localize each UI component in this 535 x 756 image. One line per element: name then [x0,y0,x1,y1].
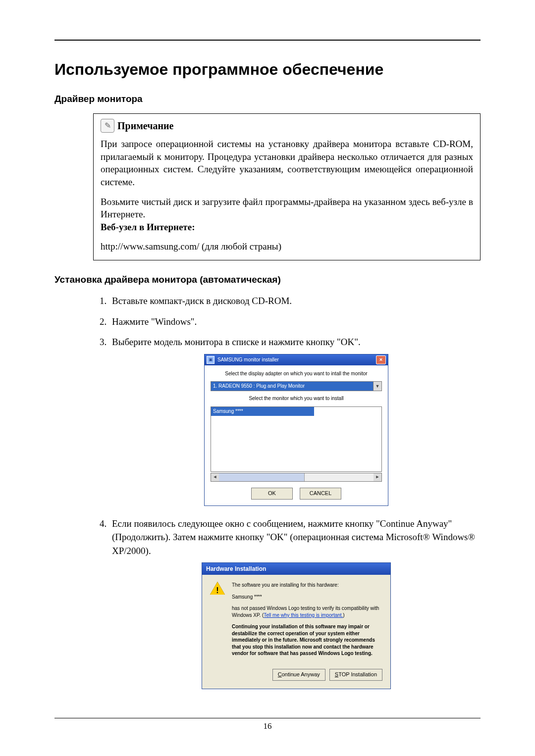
steps-list: Вставьте компакт-диск в дисковод CD-ROM.… [54,294,481,689]
section-auto-title: Установка драйвера монитора (автоматичес… [54,274,481,285]
step-2-text: Нажмите "Windows". [112,316,197,327]
installer-instruction-2: Select the monitor which you want to ins… [211,395,382,403]
installer-title-text: SAMSUNG monitor installer [217,356,376,364]
installer-dialog: ▣ SAMSUNG monitor installer × Select the… [204,354,388,506]
hw-link[interactable]: Tell me why this testing is important. [264,612,343,618]
stop-installation-label: TOP Installation [338,671,377,679]
hw-line3: has not passed Windows Logo testing to v… [232,605,382,618]
installer-app-icon: ▣ [207,356,214,364]
note-label: Примечание [117,119,173,133]
note-paragraph-2-text: Возьмите чистый диск и загрузите файл пр… [101,197,473,220]
step-2: Нажмите "Windows". [109,315,481,329]
note-paragraph-2: Возьмите чистый диск и загрузите файл пр… [101,196,473,234]
monitor-listbox[interactable]: Samsung **** [211,406,382,472]
section-driver-title: Драйвер монитора [54,94,481,104]
monitor-item-selected[interactable]: Samsung **** [211,407,314,416]
note-box: ✎ Примечание При запросе операционной си… [93,113,481,260]
note-paragraph-1: При запросе операционной системы на уста… [101,138,473,189]
warning-icon: ! [210,582,225,596]
installer-instruction-1: Select the display adapter on which you … [211,370,382,378]
hw-line3b: ) [343,612,344,618]
stop-installation-button[interactable]: STOP Installation [329,669,382,681]
adapter-combo[interactable]: 1. RADEON 9550 : Plug and Play Monitor ▼ [211,381,382,391]
top-rule [54,40,481,41]
scroll-left-icon[interactable]: ◄ [211,473,219,481]
step-4: Если появилось следующее окно с сообщени… [109,517,481,689]
step-1: Вставьте компакт-диск в дисковод CD-ROM. [109,294,481,308]
hw-line1: The software you are installing for this… [232,582,382,589]
step-1-text: Вставьте компакт-диск в дисковод CD-ROM. [112,296,292,306]
adapter-selected: 1. RADEON 9550 : Plug and Play Monitor [211,382,373,391]
hw-title: Hardware Installation [202,563,390,575]
cancel-button[interactable]: CANCEL [300,488,341,500]
chevron-down-icon[interactable]: ▼ [373,382,381,391]
step-3: Выберите модель монитора в списке и нажм… [109,335,481,506]
note-web-label: Веб-узел в Интернете: [101,222,195,232]
hw-line2: Samsung **** [232,594,382,601]
close-icon[interactable]: × [376,355,386,364]
scroll-thumb[interactable] [219,473,305,481]
horizontal-scrollbar[interactable]: ◄ ► [211,473,382,482]
scroll-track[interactable] [219,473,374,481]
continue-anyway-button[interactable]: Continue Anyway [272,669,325,681]
note-icon: ✎ [101,119,114,133]
ok-button[interactable]: OK [251,488,293,500]
page-number: 16 [264,721,272,731]
page-footer: 16 [54,718,481,731]
scroll-right-icon[interactable]: ► [374,473,381,481]
hardware-installation-dialog: Hardware Installation ! The software you… [202,562,391,689]
step-3-text: Выберите модель монитора в списке и нажм… [112,337,361,347]
step-4-text: Если появилось следующее окно с сообщени… [112,518,475,556]
page-title: Используемое программное обеспечение [54,60,481,79]
continue-anyway-label: ontinue Anyway [282,671,320,679]
note-url: http://www.samsung.com/ (для любой стран… [101,240,473,253]
hw-bold-warning: Continuing your installation of this sof… [232,623,382,657]
